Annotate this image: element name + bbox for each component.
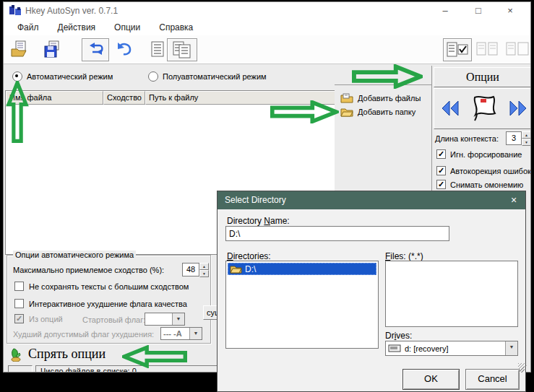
files-listbox[interactable] — [385, 261, 518, 327]
radio-semi-mode[interactable]: Полуавтоматический режим — [148, 71, 267, 82]
spin-down-icon[interactable]: ▼ — [522, 139, 531, 146]
checkbox-no-save-similar[interactable]: Не сохранять тексты с большим сходством — [14, 282, 189, 291]
hide-options-icon — [9, 347, 22, 362]
add-folder-icon — [340, 107, 353, 117]
spin-up-icon[interactable]: ▲ — [522, 131, 531, 139]
directories-label: Directories: — [227, 251, 271, 261]
radio-auto-mode[interactable]: Автоматический режим — [12, 71, 113, 82]
dropdown-icon: ▼ — [172, 313, 184, 325]
drives-label: Drives: — [385, 331, 412, 341]
titlebar: Hkey AutoSyn ver. 0.7.1 – □ × — [4, 2, 530, 19]
add-files-label: Добавить файлы — [358, 94, 421, 103]
ignore-forcing-label: Игн. форсирование — [450, 150, 522, 159]
resize-grip[interactable] — [518, 363, 525, 373]
menu-help[interactable]: Справка — [152, 21, 199, 34]
dialog-title: Select Directory — [225, 195, 286, 205]
directory-item-selected[interactable]: D:\ — [228, 263, 376, 275]
open-icon — [11, 40, 30, 58]
open-button[interactable] — [8, 38, 33, 60]
auto-options-title: Опции автоматического режима — [13, 251, 136, 259]
directory-name-input[interactable]: D:\ — [225, 226, 449, 241]
hide-options-button[interactable]: Спрять опции — [9, 347, 105, 362]
flag-nav-box — [434, 88, 531, 129]
similarity-stepper[interactable]: 48 ▲ ▼ — [182, 263, 209, 276]
drives-combo[interactable]: d: [recovery] ▼ — [385, 341, 518, 356]
minimize-icon: – — [442, 5, 447, 16]
checkbox-homonymy[interactable]: ✓ Снимать омонемию — [436, 180, 523, 189]
interactive-worsening-label: Интерактивное ухудшение флага качества — [29, 300, 187, 308]
column-header-similarity[interactable]: Сходство — [103, 91, 145, 105]
drive-icon — [388, 344, 401, 352]
disabled-lists-icon-2 — [506, 42, 530, 56]
window-title: Hkey AutoSyn ver. 0.7.1 — [25, 6, 118, 16]
cancel-label: Cancel — [478, 373, 507, 384]
checkbox-interactive-worsening[interactable]: Интерактивное ухудшение флага качества — [14, 299, 187, 308]
directories-listbox[interactable]: D:\ — [225, 261, 379, 349]
document-icon — [150, 41, 165, 57]
auto-options-group: Опции автоматического режима Максимально… — [7, 255, 211, 344]
worst-flag-label: Худший допустимый флаг ухудшения: — [13, 330, 154, 339]
maximize-button[interactable]: □ — [462, 2, 494, 19]
radio-auto-icon — [12, 71, 22, 82]
check-icon: ✓ — [436, 166, 446, 175]
sync-icon — [86, 42, 105, 58]
annotation-arrow-left-icon — [122, 345, 187, 368]
worst-flag-combo[interactable]: --- -A ▼ — [160, 327, 202, 340]
dialog-titlebar: Select Directory — [218, 191, 525, 209]
add-files-icon — [340, 93, 353, 103]
close-button[interactable]: × — [494, 2, 526, 19]
menu-actions[interactable]: Действия — [51, 21, 103, 34]
context-length-stepper[interactable]: 3 ▲ ▼ — [506, 131, 531, 145]
directory-name-label: Directory Name: — [227, 216, 290, 226]
next-flag-icon[interactable] — [508, 99, 528, 118]
checkbox-ignore-forcing[interactable]: ✓ Игн. форсирование — [436, 149, 522, 159]
radio-auto-label: Автоматический режим — [27, 72, 113, 81]
save-button[interactable] — [40, 38, 64, 60]
context-length-label: Длина контекста: — [435, 134, 499, 143]
annotation-arrow-right-icon — [352, 64, 423, 89]
autocorrect-label: Автокорекция ошибок — [450, 167, 531, 175]
checkbox-from-options[interactable]: ✓ Из опций — [14, 314, 63, 323]
maximize-icon: □ — [475, 5, 481, 16]
sync-button[interactable] — [82, 38, 109, 61]
annotation-arrow-right-icon — [270, 100, 339, 123]
list-check-button[interactable] — [443, 38, 472, 61]
undo-icon — [116, 41, 133, 57]
annotation-arrow-up-icon — [6, 81, 29, 143]
check-icon: ✓ — [436, 149, 446, 159]
dropdown-icon: ▼ — [505, 341, 517, 355]
flag-icon[interactable] — [465, 93, 501, 123]
disabled-lists-button[interactable] — [473, 38, 502, 60]
directory-item-label: D:\ — [245, 264, 256, 274]
add-folder-label: Добавить папку — [358, 108, 415, 116]
add-folder-button[interactable]: Добавить папку — [340, 107, 415, 117]
homonymy-label: Снимать омонемию — [450, 180, 523, 189]
ok-button[interactable]: OK — [402, 369, 460, 390]
prev-flag-icon[interactable] — [440, 99, 460, 118]
minimize-button[interactable]: – — [429, 2, 461, 19]
single-list-button[interactable] — [145, 38, 170, 60]
spin-down-icon[interactable]: ▼ — [199, 270, 209, 277]
options-header-button[interactable]: Опции — [434, 67, 531, 87]
no-save-similar-label: Не сохранять тексты с большим сходством — [29, 282, 189, 291]
dialog-close-button[interactable]: × — [502, 191, 525, 209]
close-icon: × — [507, 5, 513, 16]
start-flag-combo[interactable]: ▼ — [145, 313, 185, 326]
undo-button[interactable] — [112, 38, 137, 60]
spin-up-icon[interactable]: ▲ — [199, 263, 209, 270]
save-icon — [43, 40, 61, 58]
radio-semi-icon — [148, 71, 158, 82]
menu-options[interactable]: Опции — [108, 21, 147, 34]
drive-value: d: [recovery] — [405, 344, 449, 353]
disabled-lists-button-2[interactable] — [505, 38, 531, 60]
checkbox-empty-icon — [14, 282, 24, 291]
close-icon: × — [511, 194, 517, 206]
multi-list-button[interactable] — [167, 38, 197, 61]
options-header-label: Опции — [466, 71, 499, 83]
radio-semi-label: Полуавтоматический режим — [163, 72, 267, 81]
add-files-button[interactable]: Добавить файлы — [340, 93, 421, 103]
checkbox-autocorrect[interactable]: ✓ Автокорекция ошибок — [436, 166, 531, 175]
cancel-button[interactable]: Cancel — [465, 369, 520, 390]
menu-file[interactable]: Файл — [11, 21, 46, 34]
check-icon: ✓ — [436, 180, 446, 189]
